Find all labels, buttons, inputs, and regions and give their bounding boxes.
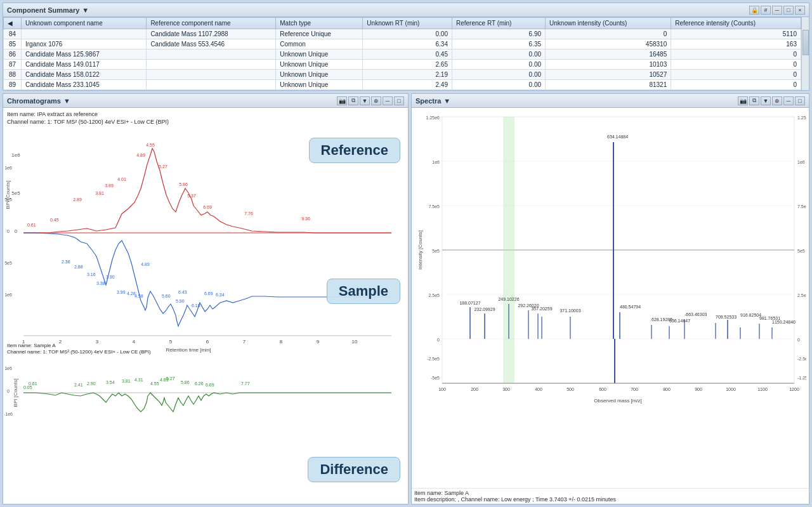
row-num: 87 — [4, 60, 22, 70]
table-row[interactable]: 84 Candidate Mass 1107.2988 Reference Un… — [4, 29, 801, 39]
svg-text:0.45: 0.45 — [50, 218, 59, 222]
spectra-copy-icon[interactable]: ⧉ — [749, 96, 759, 105]
chrom-copy-icon[interactable]: ⧉ — [348, 96, 358, 105]
svg-text:5e5: 5e5 — [11, 190, 20, 196]
svg-text:10: 10 — [352, 339, 358, 345]
pin-icon[interactable]: # — [761, 6, 771, 15]
svg-text:500: 500 — [566, 387, 574, 392]
row-num: 89 — [4, 80, 22, 90]
col-header-rownum: ◀ — [4, 18, 22, 29]
chromatogram-header: Chromatograms ▼ 📷 ⧉ ▼ ⊕ ─ □ — [3, 94, 408, 108]
svg-text:100: 100 — [438, 387, 446, 392]
svg-text:3.16: 3.16 — [87, 272, 96, 277]
svg-text:-2.5e5: -2.5e5 — [427, 357, 440, 361]
component-summary-header: Component Summary ▼ 🔒 # ─ □ × — [3, 3, 809, 17]
unknown-intensity: 10527 — [546, 70, 671, 80]
table-row[interactable]: 88 Candidate Mass 158.0122 Unknown Uniqu… — [4, 70, 801, 80]
svg-text:Retention time [min]: Retention time [min] — [166, 347, 211, 353]
chrom-camera-icon[interactable]: 📷 — [337, 96, 347, 105]
spectra-panel-controls: 📷 ⧉ ▼ ⊕ ─ □ — [738, 96, 805, 105]
chrom-dropdown-icon[interactable]: ▼ — [63, 97, 70, 105]
ref-rt: 0.00 — [452, 60, 545, 70]
svg-text:3.54: 3.54 — [106, 380, 115, 385]
difference-annotation: Difference — [308, 457, 400, 482]
unknown-rt: 2.19 — [363, 70, 452, 80]
unknown-intensity: 0 — [546, 29, 671, 39]
restore-btn[interactable]: □ — [783, 6, 794, 15]
svg-text:3.99: 3.99 — [117, 290, 126, 294]
svg-text:2.88: 2.88 — [74, 265, 83, 269]
table-row[interactable]: 87 Candidate Mass 149.0117 Unknown Uniqu… — [4, 60, 801, 70]
svg-text:357.20259: 357.20259 — [531, 306, 552, 311]
table-row[interactable]: 85 Irganox 1076 Candidate Mass 553.4546 … — [4, 39, 801, 49]
spectra-restore-btn[interactable]: □ — [795, 96, 805, 105]
panel-title-text: Component Summary — [7, 6, 79, 14]
spectra-camera-icon[interactable]: 📷 — [738, 96, 748, 105]
scrollbar-thumb[interactable] — [802, 30, 809, 55]
spectra-crosshair-icon[interactable]: ⊕ — [772, 96, 782, 105]
svg-text:-2.5e5: -2.5e5 — [797, 357, 806, 361]
unknown-intensity: 10103 — [546, 60, 671, 70]
col-header-ref-rt: Reference RT (min) — [452, 18, 545, 29]
svg-text:5e5: 5e5 — [4, 197, 12, 202]
dropdown-arrow-icon[interactable]: ▼ — [82, 6, 89, 14]
ref-name — [147, 60, 276, 70]
close-btn[interactable]: × — [795, 6, 805, 15]
ref-rt: 6.35 — [452, 39, 545, 49]
svg-text:200: 200 — [471, 387, 478, 392]
spectra-footer: Item name: Sample A Item description: , … — [412, 488, 809, 504]
svg-text:1000: 1000 — [726, 387, 736, 392]
col-header-ref-intensity: Reference intensity (Counts) — [671, 18, 801, 29]
svg-text:0.61: 0.61 — [27, 223, 36, 227]
svg-text:634.14884: 634.14884 — [607, 135, 628, 139]
bottom-panels: Chromatograms ▼ 📷 ⧉ ▼ ⊕ ─ □ Item name: I… — [3, 93, 809, 504]
svg-text:600: 600 — [599, 387, 606, 392]
chrom-expand-icon[interactable]: ▼ — [360, 96, 370, 105]
unknown-rt: 0.00 — [363, 29, 452, 39]
chrom-restore-btn[interactable]: □ — [394, 96, 404, 105]
table-scroll[interactable]: ◀ Unknown component name Reference compo… — [3, 17, 801, 90]
ref-intensity: 0 — [671, 70, 801, 80]
table-row[interactable]: 89 Candidate Mass 233.1045 Unknown Uniqu… — [4, 80, 801, 90]
spectra-dropdown-icon[interactable]: ▼ — [443, 97, 450, 105]
svg-text:4.58: 4.58 — [134, 294, 143, 298]
col-header-match-type: Match type — [276, 18, 363, 29]
svg-text:5e5: 5e5 — [4, 261, 12, 265]
svg-text:-5e5: -5e5 — [431, 376, 440, 380]
unknown-intensity: 81321 — [546, 80, 671, 90]
spectra-title-text: Spectra — [416, 97, 441, 105]
svg-text:1e6: 1e6 — [11, 152, 20, 158]
svg-text:6.26: 6.26 — [195, 381, 204, 386]
unknown-name: Candidate Mass 125.9867 — [22, 49, 147, 60]
ref-intensity: 163 — [671, 39, 801, 49]
match-type: Unknown Unique — [276, 80, 363, 90]
svg-text:9: 9 — [317, 339, 320, 345]
ref-rt: 6.90 — [452, 29, 545, 39]
chrom-crosshair-icon[interactable]: ⊕ — [371, 96, 381, 105]
spectra-expand-icon[interactable]: ▼ — [761, 96, 771, 105]
svg-text:0.05: 0.05 — [23, 385, 32, 390]
svg-text:1e6: 1e6 — [4, 166, 12, 170]
chrom-minimize-btn[interactable]: ─ — [383, 96, 393, 105]
svg-text:6.69: 6.69 — [203, 205, 212, 209]
svg-text:3.89: 3.89 — [105, 183, 114, 188]
table-scrollbar[interactable] — [801, 17, 809, 90]
spectra-minimize-btn[interactable]: ─ — [783, 96, 794, 105]
svg-text:5.60: 5.60 — [162, 294, 171, 298]
svg-text:9.36: 9.36 — [301, 216, 310, 221]
svg-rect-96 — [503, 117, 514, 383]
svg-text:1.25e6: 1.25e6 — [426, 115, 440, 120]
match-type: Common — [276, 39, 363, 49]
svg-text:300: 300 — [502, 387, 510, 392]
svg-text:5e5: 5e5 — [797, 249, 805, 253]
svg-text:4: 4 — [133, 339, 136, 345]
svg-text:4.55: 4.55 — [146, 143, 155, 147]
main-container: Component Summary ▼ 🔒 # ─ □ × ◀ Unknown … — [0, 0, 812, 507]
ref-rt: 0.00 — [452, 49, 545, 60]
svg-text:1e6: 1e6 — [4, 366, 12, 371]
minimize-btn[interactable]: ─ — [772, 6, 782, 15]
svg-text:232.09929: 232.09929 — [474, 307, 495, 312]
lock-icon[interactable]: 🔒 — [749, 6, 759, 15]
svg-text:709.52533: 709.52533 — [716, 315, 737, 319]
table-row[interactable]: 86 Candidate Mass 125.9867 Unknown Uniqu… — [4, 49, 801, 60]
